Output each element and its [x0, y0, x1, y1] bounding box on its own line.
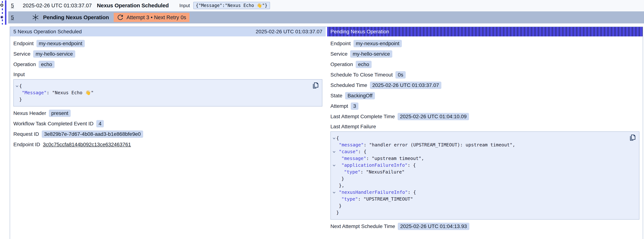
json-text: } [342, 176, 344, 181]
pending-panel-title: Pending Nexus Operation [330, 29, 389, 34]
json-text: : "UPSTREAM_TIMEOUT" [358, 196, 413, 202]
field-state: State BackingOff [330, 92, 640, 99]
code-line: { [331, 135, 626, 142]
field-value-chip: my-hello-service [33, 50, 75, 58]
code-line: "cause": { [331, 148, 626, 155]
field-label: Nexus Header [13, 110, 46, 116]
retry-status-badge: Attempt 3 • Next Retry 0s [114, 13, 190, 22]
field-service: Service my-hello-service [330, 50, 640, 58]
json-text: : { [408, 162, 416, 168]
field-service: Service my-hello-service [13, 50, 322, 58]
json-key: "type" [342, 196, 358, 202]
field-label: Schedule To Close Timeout [330, 72, 393, 78]
field-operation: Operation echo [13, 61, 322, 68]
event-input-label: Input [180, 3, 190, 8]
field-endpoint-id: Endpoint ID 3c0c75ccfa8144b092c13ce63246… [13, 141, 322, 148]
input-json-viewer: {"Message": "Nexus Echo 👋"} [13, 79, 322, 106]
event-detail-panel-scheduled: 5 Nexus Operation Scheduled 2025-02-26 U… [10, 27, 326, 239]
scheduled-panel-timestamp: 2025-02-26 UTC 01:03:37.07 [256, 29, 322, 34]
code-line: "nexusHandlerFailureInfo": { [331, 189, 626, 196]
timeline-active-bar [5, 0, 6, 25]
event-row-pending-nexus-operation[interactable]: 5 Pending Nexus Operation Attempt 3 • Ne… [8, 11, 644, 24]
field-value-chip: 2025-02-26 UTC 01:04:10.09 [398, 113, 469, 120]
field-label: Service [330, 51, 348, 57]
field-request-id: Request ID 3e829b7e-7d67-4b08-aad3-b1e86… [13, 130, 322, 138]
code-line: } [14, 96, 309, 103]
json-text: : "handler error (UPSTREAM_TIMEOUT): ups… [364, 142, 515, 148]
json-text: } [339, 203, 342, 208]
field-next-attempt-schedule-time: Next Attempt Schedule Time 2025-02-26 UT… [330, 223, 640, 230]
pending-asterisk-icon [32, 14, 39, 21]
code-line: { [14, 82, 309, 89]
scheduled-panel-title: 5 Nexus Operation Scheduled [13, 29, 82, 34]
json-text: { [19, 83, 22, 88]
field-value-chip: BackingOff [345, 92, 375, 99]
code-line: } [331, 202, 626, 209]
collapse-chevron-icon[interactable] [333, 164, 335, 166]
json-key: "message" [342, 156, 366, 161]
event-row-nexus-operation-scheduled[interactable]: 5 2025-02-26 UTC 01:03:37.07 Nexus Opera… [8, 0, 644, 11]
field-endpoint: Endpoint my-nexus-endpoint [330, 40, 640, 47]
field-label: Last Attempt Failure [330, 124, 376, 130]
collapse-chevron-icon[interactable] [333, 137, 335, 139]
code-line: "Message": "Nexus Echo 👋" [14, 89, 309, 96]
endpoint-id-link[interactable]: 3c0c75ccfa8144b092c13ce632463761 [43, 142, 131, 148]
field-workflow-task-completed-event-id: Workflow Task Completed Event ID 4 [13, 120, 322, 127]
field-attempt: Attempt 3 [330, 102, 640, 110]
field-value-chip: my-hello-service [350, 50, 392, 58]
last-attempt-failure-json-viewer: {"message": "handler error (UPSTREAM_TIM… [330, 132, 640, 220]
event-details-container: 5 Nexus Operation Scheduled 2025-02-26 U… [10, 26, 643, 239]
code-line: } [331, 209, 626, 216]
field-value-chip: 3e829b7e-7d67-4b08-aad3-b1e868bfe9e0 [42, 130, 143, 138]
event-input-value-chip: {"Message":"Nexus Echo 👋"} [193, 2, 270, 9]
field-operation: Operation echo [330, 61, 640, 68]
field-schedule-to-close-timeout: Schedule To Close Timeout 0s [330, 71, 640, 78]
field-value-chip: 4 [96, 120, 104, 127]
json-text: : { [358, 149, 366, 154]
pending-panel-header: Pending Nexus Operation [327, 27, 643, 36]
code-line: "message": "upstream timeout", [331, 155, 626, 162]
json-key: "applicationFailureInfo" [342, 162, 408, 168]
field-label: Endpoint [13, 41, 34, 46]
code-line: "type": "NexusFailure" [331, 168, 626, 175]
json-key: "cause" [339, 149, 358, 154]
code-line: "type": "UPSTREAM_TIMEOUT" [331, 196, 626, 202]
field-label: State [330, 93, 342, 99]
copy-button[interactable] [629, 134, 636, 141]
field-label: Endpoint ID [13, 142, 40, 148]
code-line: }, [331, 182, 626, 189]
code-line: "applicationFailureInfo": { [331, 162, 626, 168]
json-text: }, [339, 183, 344, 188]
event-node-filled-icon [0, 16, 3, 19]
field-label: Endpoint [330, 41, 351, 46]
field-value-chip: 2025-02-26 UTC 01:03:37.07 [370, 82, 441, 89]
json-key: "nexusHandlerFailureInfo" [339, 190, 408, 195]
field-last-attempt-failure-label: Last Attempt Failure [330, 124, 640, 130]
event-id-link[interactable]: 5 [11, 2, 14, 8]
code-line: "message": "handler error (UPSTREAM_TIME… [331, 142, 626, 148]
field-value-chip: echo [39, 61, 54, 68]
field-label: Next Attempt Schedule Time [330, 224, 395, 229]
field-input-label: Input [13, 72, 322, 78]
collapse-chevron-icon[interactable] [333, 150, 335, 153]
event-timestamp: 2025-02-26 UTC 01:03:37.07 [23, 2, 97, 8]
event-title: Nexus Operation Scheduled [97, 2, 169, 8]
json-key: "message" [339, 142, 364, 148]
field-value-chip: present [49, 110, 71, 117]
field-label: Operation [13, 62, 36, 67]
field-endpoint: Endpoint my-nexus-endpoint [13, 40, 322, 47]
copy-button[interactable] [312, 82, 319, 89]
field-label: Request ID [13, 131, 39, 137]
collapse-chevron-icon[interactable] [16, 84, 18, 87]
collapse-chevron-icon[interactable] [333, 191, 335, 194]
retry-badge-text: Attempt 3 • Next Retry 0s [126, 14, 186, 20]
field-label: Scheduled Time [330, 82, 367, 88]
field-label: Attempt [330, 103, 348, 109]
field-label: Operation [330, 62, 353, 67]
json-text: } [336, 210, 339, 215]
field-value-chip: my-nexus-endpoint [36, 40, 85, 47]
field-value-chip: 2025-02-26 UTC 01:04:13.93 [398, 223, 469, 230]
event-id-link[interactable]: 5 [11, 14, 14, 20]
event-history-rows: 5 2025-02-26 UTC 01:03:37.07 Nexus Opera… [8, 0, 644, 24]
json-text: : "Nexus Echo 👋" [46, 90, 94, 95]
